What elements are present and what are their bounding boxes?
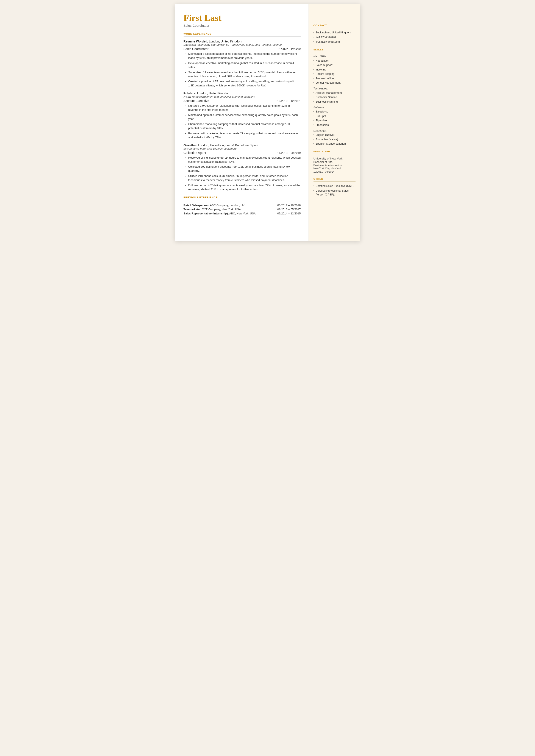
technique-3: Business Planning: [314, 100, 355, 104]
bullet-1-1: Maintained a sales database of 6K potent…: [185, 52, 301, 60]
bullet-3-2: Collected 302 delinquent accounts from 1…: [185, 165, 301, 173]
edu-location-1: New York City, New York: [314, 167, 355, 170]
company-block-2: Polyhire, London, United Kingdom NYSE-li…: [183, 92, 301, 140]
job-title-row-1: Sales Coordinator 01/2022 – Present: [183, 47, 301, 51]
previous-experience-heading: PREVIOUS EXPERIENCE: [183, 196, 301, 199]
software-2: HubSpot: [314, 114, 355, 118]
languages-label: Languages:: [314, 129, 355, 132]
previous-experience-divider: [183, 200, 301, 200]
edu-dates-1: 10/2011 - 06/2014: [314, 170, 355, 173]
prev-exp-rest-3: ABC, New York, USA: [229, 212, 256, 215]
bullet-3-1: Resolved billing issues under 24 hours t…: [185, 156, 301, 164]
technique-1: Account Management: [314, 91, 355, 95]
contact-divider: [314, 28, 355, 28]
software-label: Software:: [314, 106, 355, 109]
language-3: Spanish (Conversational): [314, 142, 355, 146]
prev-exp-bold-1: Retail Salesperson,: [183, 204, 210, 207]
company-name-2: Polyhire, London, United Kingdom: [183, 92, 301, 95]
skills-divider: [314, 52, 355, 52]
company-name-3: Growthsi, London, United Kingdom & Barce…: [183, 144, 301, 147]
software-1: Salesforce: [314, 110, 355, 114]
company-bold-3: Growthsi,: [183, 144, 198, 147]
bullet-1-2: Developed an effective marketing campaig…: [185, 61, 301, 70]
prev-exp-dates-2: 01/2016 – 05/2017: [270, 207, 300, 211]
hard-skill-3: Invoicing: [314, 68, 355, 72]
prev-exp-bold-3: Sales Representative (Internship),: [183, 212, 229, 215]
company-bold-1: Resume Worded,: [183, 40, 208, 43]
company-block-3: Growthsi, London, United Kingdom & Barce…: [183, 144, 301, 192]
prev-exp-desc-3: Sales Representative (Internship), ABC, …: [183, 211, 270, 215]
hard-skill-6: Vendor Management: [314, 81, 355, 85]
prev-exp-row-1: Retail Salesperson, ABC Company, London,…: [183, 203, 301, 207]
company-rest-1: London, United Kingdom: [208, 40, 242, 43]
company-rest-2: London, United Kingdom: [196, 92, 230, 95]
work-experience-heading: WORK EXPERIENCE: [183, 33, 301, 35]
contact-email: first.last@gmail.com: [314, 40, 355, 44]
contact-phone: +44 1234567890: [314, 36, 355, 40]
job-title-2: Account Executive: [183, 99, 209, 102]
contact-address: Buckingham, United Kingdom: [314, 31, 355, 35]
software-4: Freshsales: [314, 123, 355, 127]
job-title-3: Collection Agent: [183, 151, 206, 154]
hard-skill-1: Negotiation: [314, 59, 355, 63]
other-1: Certified Sales Executive (CSE).: [314, 184, 355, 188]
bullet-2-4: Partnered with marketing teams to create…: [185, 131, 301, 140]
software-3: Pipedrive: [314, 119, 355, 123]
hard-skill-4: Record keeping: [314, 72, 355, 76]
language-2: Romanian (Native): [314, 138, 355, 142]
bullet-3-3: Utilized 210 phone calls, 3.7K emails, 2…: [185, 174, 301, 182]
bullet-3-4: Followed up on 457 delinquent accounts w…: [185, 183, 301, 192]
bullet-list-2: Nurtured 1.9K customer relationships wit…: [183, 104, 301, 140]
prev-exp-rest-2: XYZ Company, New York, USA: [201, 208, 241, 211]
prev-exp-row-3: Sales Representative (Internship), ABC, …: [183, 211, 301, 215]
technique-2: Customer Service: [314, 96, 355, 99]
bullet-1-3: Supervised 19 sales team members that fo…: [185, 70, 301, 79]
other-2: Certified Professional Sales Person (CPS…: [314, 189, 355, 197]
other-heading: OTHER: [314, 178, 355, 180]
bullet-1-4: Created a pipeline of 35 new businesses …: [185, 79, 301, 88]
bullet-list-1: Maintained a sales database of 6K potent…: [183, 52, 301, 88]
job-dates-2: 10/2019 – 12/2021: [277, 99, 300, 102]
prev-exp-bold-2: Telemarketer,: [183, 208, 202, 211]
job-title-row-2: Account Executive 10/2019 – 12/2021: [183, 99, 301, 102]
previous-experience-table: Retail Salesperson, ABC Company, London,…: [183, 203, 301, 215]
prev-exp-rest-1: ABC Company, London, UK: [209, 204, 244, 207]
prev-exp-desc-2: Telemarketer, XYZ Company, New York, USA: [183, 207, 270, 211]
candidate-name: First Last: [183, 13, 301, 23]
company-block-1: Resume Worded, London, United Kingdom Ed…: [183, 40, 301, 88]
resume-page: First Last Sales Coordinator WORK EXPERI…: [175, 4, 360, 241]
edu-school-1: University of New York: [314, 157, 355, 160]
edu-degree-1: Bachelor of Arts: [314, 160, 355, 164]
bullet-list-3: Resolved billing issues under 24 hours t…: [183, 156, 301, 192]
prev-exp-dates-1: 06/2017 – 10/2018: [270, 203, 300, 207]
bullet-2-2: Maintained optimal customer service whil…: [185, 113, 301, 121]
company-desc-3: Microfinance bank with 150,000 customers: [183, 147, 301, 150]
language-1: English (Native): [314, 133, 355, 137]
prev-exp-desc-1: Retail Salesperson, ABC Company, London,…: [183, 203, 270, 207]
skills-heading: SKILLS: [314, 48, 355, 51]
hard-skill-5: Proposal Writing: [314, 77, 355, 81]
edu-field-1: Business Administration: [314, 164, 355, 167]
company-bold-2: Polyhire,: [183, 92, 196, 95]
hard-skills-label: Hard Skills:: [314, 55, 355, 58]
job-dates-1: 01/2022 – Present: [278, 47, 300, 51]
right-top-spacer: [314, 13, 355, 24]
job-title-row-3: Collection Agent 11/2018 – 09/2019: [183, 151, 301, 154]
left-column: First Last Sales Coordinator WORK EXPERI…: [175, 4, 309, 241]
contact-heading: CONTACT: [314, 24, 355, 27]
techniques-label: Techniques:: [314, 87, 355, 90]
company-rest-3: London, United Kingdom & Barcelona, Spai…: [197, 144, 258, 147]
job-title-1: Sales Coordinator: [183, 47, 209, 51]
candidate-title: Sales Coordinator: [183, 24, 301, 27]
prev-exp-dates-3: 07/2014 – 12/2015: [270, 211, 300, 215]
company-desc-2: NYSE-listed recruitment and employer bra…: [183, 95, 301, 98]
other-divider: [314, 182, 355, 182]
prev-exp-row-2: Telemarketer, XYZ Company, New York, USA…: [183, 207, 301, 211]
education-heading: EDUCATION: [314, 150, 355, 153]
bullet-2-3: Championed marketing campaigns that incr…: [185, 122, 301, 130]
company-name-1: Resume Worded, London, United Kingdom: [183, 40, 301, 43]
bullet-2-1: Nurtured 1.9K customer relationships wit…: [185, 104, 301, 112]
right-column: CONTACT Buckingham, United Kingdom +44 1…: [309, 4, 360, 241]
hard-skill-2: Sales Support: [314, 63, 355, 67]
company-desc-1: Education technology startup with 50+ em…: [183, 43, 301, 46]
